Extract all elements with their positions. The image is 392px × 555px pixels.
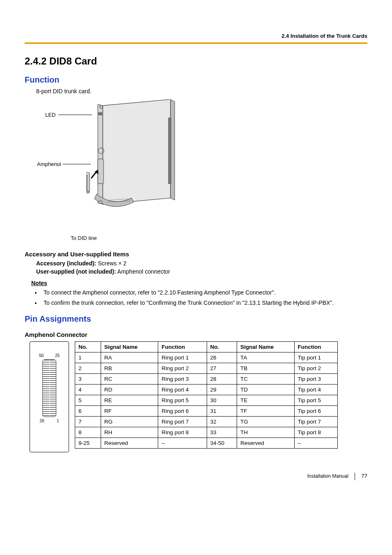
table-cell: TD	[237, 384, 294, 395]
svg-point-8	[99, 200, 102, 204]
table-cell: RF	[101, 405, 158, 416]
table-cell: 30	[207, 395, 237, 405]
amphenol-connector-subheading: Amphenol Connector	[25, 331, 367, 338]
user-supplied-label: User-supplied (not included):	[36, 268, 116, 275]
col-signal-right: Signal Name	[237, 341, 294, 352]
table-cell: –	[294, 438, 337, 448]
conn-pin-26: 26	[39, 419, 44, 423]
header-rule	[25, 42, 367, 44]
arrow-to-port	[91, 170, 99, 178]
conn-pin-50: 50	[39, 353, 44, 358]
connector-body	[42, 359, 56, 417]
notes-heading: Notes	[31, 280, 367, 286]
table-cell: RA	[101, 352, 158, 363]
note-item: To confirm the trunk connection, refer t…	[41, 299, 367, 307]
table-cell: 3	[75, 373, 101, 384]
table-row: 3RCRing port 328TCTip port 3	[75, 373, 338, 384]
table-cell: 7	[75, 416, 101, 427]
table-cell: RC	[101, 373, 158, 384]
svg-point-14	[87, 191, 89, 192]
table-cell: 27	[207, 363, 237, 373]
table-cell: Ring port 4	[158, 384, 207, 395]
table-row: 4RDRing port 429TDTip port 4	[75, 384, 338, 395]
function-desc: 8-port DID trunk card.	[36, 88, 367, 94]
svg-rect-2	[168, 118, 171, 184]
table-cell: 29	[207, 384, 237, 395]
header-breadcrumb: 2.4 Installation of the Trunk Cards	[25, 33, 367, 39]
table-cell: Reserved	[237, 438, 294, 448]
table-cell: Ring port 8	[158, 427, 207, 438]
table-cell: 8	[75, 427, 101, 438]
table-cell: 1	[75, 352, 101, 363]
table-row: 8RHRing port 833THTip port 8	[75, 427, 338, 438]
function-heading: Function	[25, 75, 367, 85]
table-cell: Reserved	[101, 438, 158, 448]
table-cell: 9-25	[75, 438, 101, 448]
table-cell: TG	[237, 416, 294, 427]
table-cell: 31	[207, 405, 237, 416]
footer-manual: Installation Manual	[307, 473, 348, 479]
user-supplied: User-supplied (not included): Amphenol c…	[36, 268, 367, 275]
table-cell: Tip port 7	[294, 416, 337, 427]
table-cell: Ring port 3	[158, 373, 207, 384]
table-cell: Tip port 8	[294, 427, 337, 438]
table-cell: 32	[207, 416, 237, 427]
card-diagram: LED Amphenol	[37, 99, 193, 243]
table-cell: Tip port 5	[294, 395, 337, 405]
table-cell: TF	[237, 405, 294, 416]
conn-pin-25: 25	[55, 353, 60, 358]
pin-table: No. Signal Name Function No. Signal Name…	[75, 341, 338, 449]
section-title: 2.4.2 DID8 Card	[25, 55, 367, 67]
page-footer: Installation Manual 77	[25, 473, 367, 480]
table-cell: RG	[101, 416, 158, 427]
table-cell: 2	[75, 363, 101, 373]
table-cell: TA	[237, 352, 294, 363]
svg-marker-1	[171, 99, 175, 200]
table-row: 5RERing port 530TETip port 5	[75, 395, 338, 405]
table-cell: Ring port 7	[158, 416, 207, 427]
footer-divider	[355, 473, 355, 480]
table-row: 7RGRing port 732TGTip port 7	[75, 416, 338, 427]
note-item: To connect the Amphenol connector, refer…	[41, 289, 367, 297]
table-cell: 28	[207, 373, 237, 384]
table-cell: Ring port 6	[158, 405, 207, 416]
card-illustration	[86, 99, 189, 231]
table-cell: Ring port 5	[158, 395, 207, 405]
table-cell: RD	[101, 384, 158, 395]
col-function-right: Function	[294, 341, 337, 352]
svg-rect-12	[86, 176, 87, 190]
accessory-included: Accessory (included): Screws × 2	[36, 260, 367, 267]
svg-rect-5	[99, 113, 102, 115]
table-cell: 5	[75, 395, 101, 405]
table-cell: Tip port 1	[294, 352, 337, 363]
table-row: 2RBRing port 227TBTip port 2	[75, 363, 338, 373]
accessory-heading: Accessory and User-supplied Items	[25, 251, 367, 258]
col-signal-left: Signal Name	[101, 341, 158, 352]
table-cell: RH	[101, 427, 158, 438]
table-row: 1RARing port 126TATip port 1	[75, 352, 338, 363]
table-cell: 4	[75, 384, 101, 395]
table-cell: TE	[237, 395, 294, 405]
table-cell: RB	[101, 363, 158, 373]
table-cell: TH	[237, 427, 294, 438]
svg-marker-3	[98, 104, 103, 204]
table-cell: Tip port 3	[294, 373, 337, 384]
led-label: LED	[45, 112, 55, 118]
to-did-line-label: To DID line	[71, 235, 97, 241]
connector-diagram: 50 25 26 1	[30, 341, 69, 452]
accessory-value: Screws × 2	[96, 260, 127, 267]
table-cell: RE	[101, 395, 158, 405]
user-supplied-value: Amphenol connector	[116, 268, 170, 275]
col-no-right: No.	[207, 341, 237, 352]
table-row: 6RFRing port 631TFTip port 6	[75, 405, 338, 416]
table-cell: 26	[207, 352, 237, 363]
table-cell: TB	[237, 363, 294, 373]
pin-assignments-heading: Pin Assignments	[25, 314, 367, 324]
svg-rect-7	[98, 159, 104, 184]
notes-list: To connect the Amphenol connector, refer…	[41, 289, 367, 307]
table-cell: Ring port 2	[158, 363, 207, 373]
footer-page-number: 77	[362, 473, 367, 479]
table-cell: 6	[75, 405, 101, 416]
table-cell: Tip port 2	[294, 363, 337, 373]
table-cell: Ring port 1	[158, 352, 207, 363]
